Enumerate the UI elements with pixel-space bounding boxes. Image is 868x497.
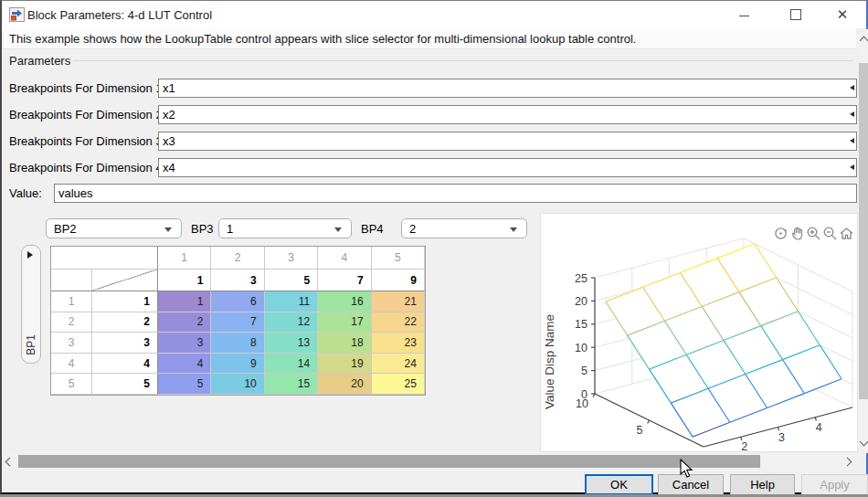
table-cell-r1c1[interactable]: 1 xyxy=(158,291,211,312)
titlebar[interactable]: Block Parameters: 4-d LUT Control ✕ xyxy=(2,1,866,28)
bp1-tab-label: BP1 xyxy=(25,334,37,355)
col-breakpoint-4[interactable]: 7 xyxy=(318,270,371,291)
svg-text:20: 20 xyxy=(575,295,587,308)
zoom-in-icon[interactable] xyxy=(806,226,821,241)
vertical-scrollbar[interactable] xyxy=(858,29,868,453)
bp4-combo[interactable]: 2 xyxy=(401,218,527,238)
table-cell-r2c3[interactable]: 12 xyxy=(265,312,318,333)
table-cell-r2c4[interactable]: 17 xyxy=(318,312,371,333)
table-cell-r2c1[interactable]: 2 xyxy=(158,312,211,333)
bp1-tab[interactable]: BP1 xyxy=(21,245,41,364)
row-breakpoint-5[interactable]: 5 xyxy=(92,374,158,395)
table-cell-r5c1[interactable]: 5 xyxy=(158,374,211,395)
bp2-combo[interactable]: BP2 xyxy=(46,218,182,238)
table-cell-r4c3[interactable]: 14 xyxy=(265,354,318,375)
home-icon[interactable] xyxy=(839,226,854,241)
col-breakpoint-1[interactable]: 1 xyxy=(158,270,211,291)
breakpoints-dim1-label: Breakpoints For Dimension 1 : xyxy=(9,81,169,95)
row-index-header-2: 2 xyxy=(51,312,92,333)
table-cell-r5c5[interactable]: 25 xyxy=(372,374,425,395)
expand-right-icon[interactable] xyxy=(27,251,33,259)
svg-text:5: 5 xyxy=(637,424,643,437)
lut-table: 1234513579111611162122271217223338131823… xyxy=(50,246,426,396)
table-cell-r1c3[interactable]: 11 xyxy=(265,291,318,312)
description-text: This example shows how the LookupTable c… xyxy=(9,32,636,46)
scroll-up-icon[interactable] xyxy=(860,37,868,46)
table-cell-r5c3[interactable]: 15 xyxy=(265,374,318,395)
breakpoints-dim2-input[interactable] xyxy=(158,105,857,124)
breakpoints-dim3-input[interactable] xyxy=(158,132,857,151)
row-breakpoint-4[interactable]: 4 xyxy=(92,354,158,375)
minimize-button[interactable] xyxy=(728,1,759,27)
svg-text:15: 15 xyxy=(575,318,587,331)
chevron-down-icon xyxy=(334,227,342,232)
apply-button[interactable]: Apply xyxy=(801,474,868,495)
block-parameters-dialog: Block Parameters: 4-d LUT Control ✕ This… xyxy=(0,0,868,494)
table-cell-r4c5[interactable]: 24 xyxy=(372,354,425,375)
rotate-3d-icon[interactable] xyxy=(773,226,789,241)
col-breakpoint-5[interactable]: 9 xyxy=(372,270,425,291)
table-cell-r4c4[interactable]: 19 xyxy=(318,354,371,375)
table-cell-r1c4[interactable]: 16 xyxy=(318,291,371,312)
bp3-combo[interactable]: 1 xyxy=(218,218,352,238)
window-title: Block Parameters: 4-d LUT Control xyxy=(27,8,212,22)
table-cell-r5c2[interactable]: 10 xyxy=(211,374,264,395)
breakpoints-dim2-label: Breakpoints For Dimension 2 : xyxy=(9,108,169,122)
zoom-out-icon[interactable] xyxy=(822,226,838,241)
dim3-shrink-arrow-icon[interactable] xyxy=(850,138,854,143)
maximize-icon xyxy=(790,9,801,20)
col-index-header-1: 1 xyxy=(158,247,211,270)
plot-panel[interactable]: 0510152025234510Value Disp Name xyxy=(540,213,858,452)
value-label: Value: xyxy=(9,186,42,200)
maximize-button[interactable] xyxy=(780,1,811,27)
table-corner-left xyxy=(51,270,92,291)
chevron-down-icon xyxy=(510,227,517,232)
table-cell-r1c5[interactable]: 21 xyxy=(372,291,425,312)
scroll-left-icon[interactable] xyxy=(5,458,15,467)
table-cell-r5c4[interactable]: 20 xyxy=(318,374,371,395)
parameters-section-label: Parameters xyxy=(9,54,70,68)
table-corner-diagonal xyxy=(92,270,158,291)
ok-button[interactable]: OK xyxy=(585,474,653,495)
surface-plot[interactable]: 0510152025234510Value Disp Name xyxy=(541,214,857,451)
table-cell-r3c5[interactable]: 23 xyxy=(372,333,425,354)
table-cell-r3c1[interactable]: 3 xyxy=(158,333,211,354)
table-cell-r3c4[interactable]: 18 xyxy=(318,333,371,354)
col-index-header-4: 4 xyxy=(318,247,371,270)
dim2-shrink-arrow-icon[interactable] xyxy=(850,111,854,117)
table-cell-r4c2[interactable]: 9 xyxy=(211,354,264,375)
scroll-down-icon[interactable] xyxy=(860,438,868,447)
svg-text:25: 25 xyxy=(575,272,587,285)
svg-text:2: 2 xyxy=(741,440,747,451)
row-index-header-4: 4 xyxy=(51,354,92,375)
dim4-shrink-arrow-icon[interactable] xyxy=(850,164,854,170)
col-breakpoint-2[interactable]: 3 xyxy=(211,270,264,291)
table-cell-r2c5[interactable]: 22 xyxy=(372,312,425,333)
row-index-header-3: 3 xyxy=(51,333,92,354)
close-button[interactable]: ✕ xyxy=(827,1,858,27)
value-input[interactable] xyxy=(54,184,857,203)
col-breakpoint-3[interactable]: 5 xyxy=(265,270,318,291)
table-cell-r3c2[interactable]: 8 xyxy=(211,333,264,354)
breakpoints-dim1-input[interactable] xyxy=(158,79,857,98)
table-cell-r3c3[interactable]: 13 xyxy=(265,333,318,354)
table-cell-r2c2[interactable]: 7 xyxy=(211,312,264,333)
horizontal-scroll-thumb[interactable] xyxy=(18,455,760,468)
horizontal-scrollbar[interactable] xyxy=(2,453,858,470)
help-button[interactable]: Help xyxy=(730,474,795,495)
row-breakpoint-1[interactable]: 1 xyxy=(92,291,158,312)
scroll-right-icon[interactable] xyxy=(843,458,852,467)
row-breakpoint-2[interactable]: 2 xyxy=(92,312,158,333)
row-breakpoint-3[interactable]: 3 xyxy=(92,333,158,354)
close-icon: ✕ xyxy=(837,7,849,21)
parameters-divider xyxy=(73,60,853,61)
pan-icon[interactable] xyxy=(789,226,805,241)
row-index-header-5: 5 xyxy=(51,374,92,395)
table-cell-r1c2[interactable]: 6 xyxy=(211,291,264,312)
breakpoints-dim4-input[interactable] xyxy=(158,158,857,177)
table-cell-r4c1[interactable]: 4 xyxy=(158,354,211,375)
vertical-scroll-thumb[interactable] xyxy=(859,63,868,399)
col-index-header-3: 3 xyxy=(265,247,318,270)
dim1-shrink-arrow-icon[interactable] xyxy=(850,85,854,90)
bp4-label: BP4 xyxy=(361,222,384,236)
